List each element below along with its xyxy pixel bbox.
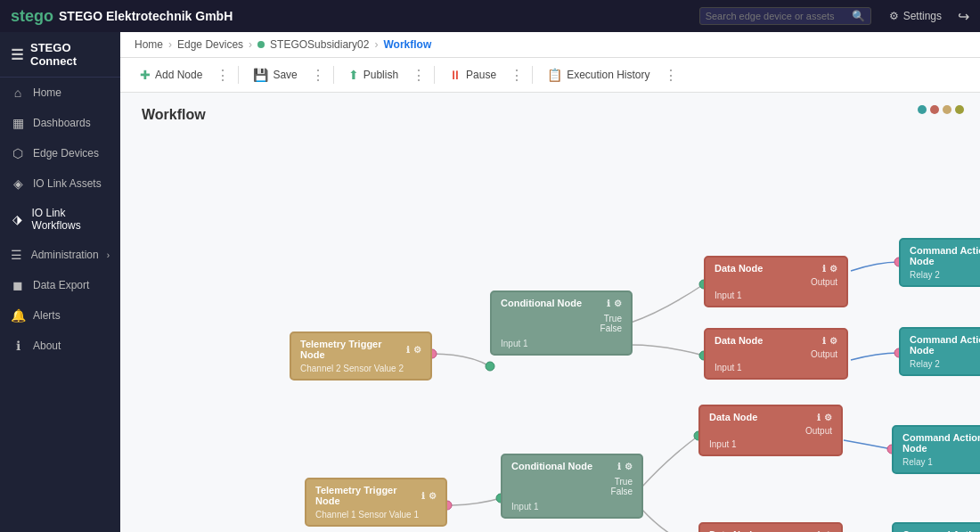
company-name: STEGO Elektrotechnik GmbH (59, 9, 233, 23)
conditional-1-true-label: True (604, 314, 622, 323)
data-node-1-config-icon[interactable]: ⚙ (829, 264, 837, 274)
settings-button[interactable]: ⚙ Settings (889, 10, 942, 22)
telemetry-node-1-config-icon[interactable]: ⚙ (413, 345, 421, 355)
data-node-3-info-icon[interactable]: ℹ (817, 413, 821, 422)
data-node-2-config-icon[interactable]: ⚙ (829, 336, 837, 346)
sidebar-label-about: About (33, 340, 61, 352)
plus-icon: ✚ (140, 68, 151, 82)
sidebar-item-io-link-workflows[interactable]: ⬗ IO Link Workflows (0, 199, 120, 240)
legend-dot-telemetry (943, 105, 951, 114)
data-node-3-config-icon[interactable]: ⚙ (824, 413, 832, 422)
conditional-node-1-config-icon[interactable]: ⚙ (614, 299, 622, 308)
sidebar-label-io-link-workflows: IO Link Workflows (32, 207, 110, 232)
io-link-assets-icon: ◈ (11, 176, 25, 191)
alerts-icon: 🔔 (11, 308, 25, 323)
user-button[interactable]: ↪ (958, 8, 969, 25)
conditional-node-1[interactable]: Conditional Node ℹ ⚙ True False Input 1 (490, 291, 633, 356)
sidebar-label-io-link-assets: IO Link Assets (33, 177, 102, 190)
conditional-2-input-label: Input 1 (511, 502, 633, 512)
command-node-2[interactable]: Command Action Node ℹ ⚙ Relay 2 (899, 327, 980, 376)
chevron-right-icon: › (107, 250, 110, 260)
edge-devices-icon: ⬡ (11, 146, 25, 160)
command-node-3[interactable]: Command Action Node ℹ ⚙ Relay 1 (892, 425, 980, 474)
pause-icon: ⏸ (449, 68, 461, 82)
telemetry-node-2[interactable]: Telemetry Trigger Node ℹ ⚙ Channel 1 Sen… (305, 478, 447, 527)
breadcrumb-subsidiary[interactable]: STEGOSubsidiary02 (270, 38, 369, 51)
telemetry-node-2-label: Channel 1 Sensor Value 1 (315, 510, 437, 520)
conditional-1-false-label: False (600, 323, 622, 333)
add-node-button[interactable]: ✚ Add Node (131, 63, 211, 86)
data-node-3-input: Input 1 (709, 439, 832, 449)
search-input[interactable] (706, 11, 848, 21)
conditional-node-2-config-icon[interactable]: ⚙ (625, 462, 633, 471)
pause-button[interactable]: ⏸ Pause (440, 63, 505, 86)
about-icon: ℹ (11, 339, 25, 353)
data-node-2-title: Data Node (715, 335, 763, 346)
data-node-2-info-icon[interactable]: ℹ (822, 336, 826, 346)
breadcrumb-home[interactable]: Home (135, 38, 163, 51)
workflow-canvas[interactable]: Workflow (120, 93, 980, 532)
breadcrumb-sep-1: › (168, 38, 172, 51)
command-node-2-relay: Relay 2 (910, 359, 980, 369)
data-node-4[interactable]: Data Node ℹ ⚙ Output Input 1 (698, 522, 843, 532)
execution-history-button[interactable]: 📋 Execution History (538, 63, 658, 86)
publish-icon: ⬆ (348, 68, 359, 82)
pause-more[interactable]: ⋮ (507, 67, 527, 84)
conditional-node-1-info-icon[interactable]: ℹ (607, 299, 610, 308)
sidebar-item-edge-devices[interactable]: ⬡ Edge Devices (0, 138, 120, 168)
conditional-node-2[interactable]: Conditional Node ℹ ⚙ True False Input 1 (501, 454, 643, 519)
io-link-workflows-icon: ⬗ (11, 212, 24, 226)
toolbar-separator-4 (532, 66, 533, 84)
conditional-node-1-title: Conditional Node (501, 298, 582, 308)
logo: stego STEGO Elektrotechnik GmbH (11, 7, 233, 26)
toolbar-separator-1 (238, 66, 239, 84)
history-more[interactable]: ⋮ (661, 67, 681, 84)
sidebar-item-administration[interactable]: ☰ Administration › (0, 240, 120, 270)
search-bar[interactable]: 🔍 (699, 7, 871, 25)
data-node-2[interactable]: Data Node ℹ ⚙ Output Input 1 (704, 328, 848, 380)
sidebar-item-io-link-assets[interactable]: ◈ IO Link Assets (0, 168, 120, 199)
sidebar: ☰ STEGO Connect ⌂ Home ▦ Dashboards ⬡ Ed… (0, 32, 120, 532)
administration-icon: ☰ (11, 248, 23, 262)
sidebar-item-dashboards[interactable]: ▦ Dashboards (0, 108, 120, 138)
sidebar-item-alerts[interactable]: 🔔 Alerts (0, 300, 120, 331)
data-export-icon: ◼ (11, 278, 25, 292)
telemetry-node-2-info-icon[interactable]: ℹ (421, 491, 425, 501)
sidebar-item-about[interactable]: ℹ About (0, 331, 120, 361)
data-node-1-info-icon[interactable]: ℹ (822, 264, 826, 274)
command-node-3-title: Command Action Node (902, 432, 980, 454)
telemetry-node-2-title: Telemetry Trigger Node (315, 485, 421, 506)
sidebar-label-data-export: Data Export (33, 279, 89, 291)
telemetry-node-1-label: Channel 2 Sensor Value 2 (300, 364, 421, 373)
breadcrumb-workflow[interactable]: Workflow (383, 38, 431, 51)
telemetry-node-2-config-icon[interactable]: ⚙ (429, 491, 437, 501)
data-node-3[interactable]: Data Node ℹ ⚙ Output Input 1 (698, 405, 843, 456)
publish-button[interactable]: ⬆ Publish (339, 63, 407, 86)
conditional-node-2-info-icon[interactable]: ℹ (617, 462, 621, 471)
telemetry-node-1-info-icon[interactable]: ℹ (406, 345, 410, 355)
breadcrumb-edge-devices[interactable]: Edge Devices (177, 38, 243, 51)
command-node-1-relay: Relay 2 (910, 270, 980, 280)
sidebar-item-data-export[interactable]: ◼ Data Export (0, 270, 120, 300)
legend-dot-other (955, 105, 964, 114)
sidebar-header-label: STEGO Connect (30, 41, 110, 68)
telemetry-node-1[interactable]: Telemetry Trigger Node ℹ ⚙ Channel 2 Sen… (290, 331, 432, 381)
data-node-1[interactable]: Data Node ℹ ⚙ Output Input 1 (704, 256, 848, 307)
command-node-1[interactable]: Command Action Node ℹ ⚙ Relay 2 (899, 238, 980, 287)
main-layout: ☰ STEGO Connect ⌂ Home ▦ Dashboards ⬡ Ed… (0, 32, 980, 532)
legend-dot-data (930, 105, 939, 114)
command-node-4[interactable]: Command Action Node ℹ ⚙ Relay 1 (892, 522, 980, 532)
save-button[interactable]: 💾 Save (244, 63, 306, 86)
legend (918, 105, 964, 114)
breadcrumb: Home › Edge Devices › STEGOSubsidiary02 … (120, 32, 980, 58)
sidebar-label-edge-devices: Edge Devices (33, 147, 99, 160)
publish-more[interactable]: ⋮ (409, 67, 429, 84)
add-node-more[interactable]: ⋮ (213, 67, 233, 84)
workflow-title: Workflow (142, 107, 206, 123)
telemetry-node-1-title: Telemetry Trigger Node (300, 339, 406, 360)
sidebar-label-administration: Administration (31, 249, 99, 261)
save-more[interactable]: ⋮ (308, 67, 328, 84)
sidebar-item-home[interactable]: ⌂ Home (0, 78, 120, 108)
save-icon: 💾 (253, 68, 268, 82)
data-node-2-input: Input 1 (715, 363, 837, 372)
